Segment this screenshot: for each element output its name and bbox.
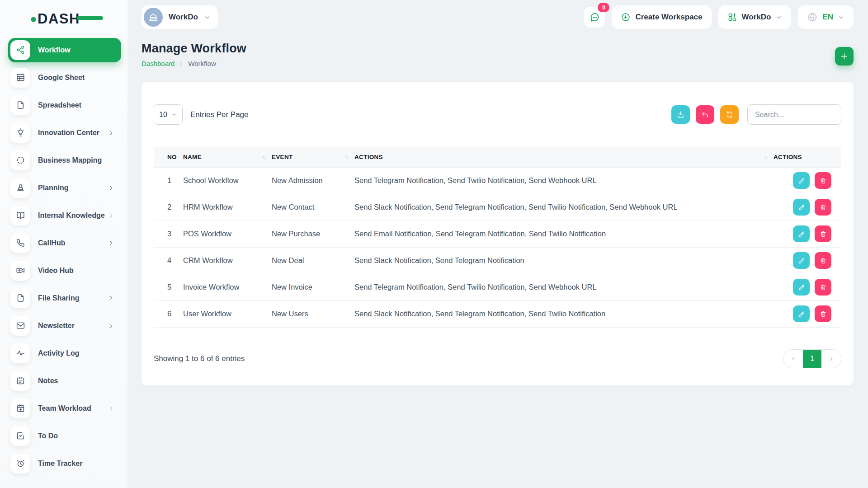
trash-icon	[820, 177, 827, 184]
cell-event: New Admission	[272, 167, 354, 194]
sidebar-item-callhub[interactable]: CallHub	[0, 229, 127, 257]
sidebar-item-spreadsheet[interactable]: Spreadsheet	[0, 91, 127, 119]
pagination-next[interactable]	[821, 350, 841, 368]
table-row: 4CRM WorkflowNew DealSend Slack Notifica…	[154, 247, 841, 274]
building-icon	[148, 12, 159, 23]
sidebar-item-label: Notes	[38, 377, 58, 385]
sidebar-item-label: To Do	[38, 432, 58, 440]
sidebar-item-video-hub[interactable]: Video Hub	[0, 257, 127, 284]
sort-icon[interactable]: ↑↓	[344, 154, 348, 160]
sort-icon[interactable]: ↑↓	[262, 154, 265, 160]
sidebar-item-label: Activity Log	[38, 349, 80, 357]
chevron-down-icon	[171, 112, 177, 117]
entries-per-page-label: Entries Per Page	[190, 110, 249, 119]
sidebar-item-planning[interactable]: Planning	[0, 174, 127, 202]
cell-actions: Send Telegram Notification, Send Twilio …	[354, 167, 774, 194]
sidebar: DASH WorkflowGoogle SheetSpreadsheetInno…	[0, 0, 127, 488]
mail-icon	[10, 316, 30, 336]
bulb-icon	[10, 123, 30, 143]
delete-row-button[interactable]	[815, 172, 831, 189]
sidebar-item-label: Time Tracker	[38, 460, 82, 468]
cell-no: 4	[154, 247, 183, 274]
undo-button[interactable]	[696, 105, 714, 124]
cell-event: New Invoice	[272, 274, 354, 300]
sidebar-item-label: Internal Knowledge	[38, 211, 105, 220]
export-button[interactable]	[671, 105, 690, 124]
pagination: 1	[783, 349, 841, 368]
pagination-page-1[interactable]: 1	[803, 350, 821, 368]
column-header-actions-3[interactable]: ACTIONS↑↓	[354, 147, 774, 167]
grid-plus-icon	[727, 12, 737, 22]
edit-row-button[interactable]	[793, 252, 810, 269]
cell-event: New Users	[272, 300, 354, 327]
delete-row-button[interactable]	[815, 305, 831, 322]
sidebar-item-label: Google Sheet	[38, 74, 85, 82]
messages-button[interactable]: 0	[584, 7, 605, 28]
sidebar-item-newsletter[interactable]: Newsletter	[0, 312, 127, 339]
refresh-icon	[725, 110, 734, 119]
delete-row-button[interactable]	[815, 199, 831, 216]
delete-row-button[interactable]	[815, 225, 831, 242]
language-selector[interactable]: EN	[798, 5, 854, 29]
table-row: 5Invoice WorkflowNew InvoiceSend Telegra…	[154, 274, 841, 300]
edit-row-button[interactable]	[793, 279, 810, 296]
sidebar-item-to-do[interactable]: To Do	[0, 422, 127, 450]
cell-actions: Send Slack Notification, Send Telegram N…	[354, 300, 774, 327]
entries-per-page-select[interactable]: 10	[154, 104, 183, 125]
delete-row-button[interactable]	[815, 279, 831, 296]
chevron-right-icon	[108, 295, 114, 301]
edit-row-button[interactable]	[793, 225, 810, 242]
pagination-prev[interactable]	[783, 350, 803, 368]
edit-row-button[interactable]	[793, 172, 810, 189]
sidebar-item-label: Newsletter	[38, 322, 75, 330]
sort-icon[interactable]: ↑↓	[764, 154, 767, 160]
sidebar-item-notes[interactable]: Notes	[0, 367, 127, 394]
cell-actions: Send Telegram Notification, Send Twilio …	[354, 274, 774, 300]
sidebar-item-innovation-center[interactable]: Innovation Center	[0, 119, 127, 146]
chevron-right-icon	[828, 356, 835, 362]
pencil-icon	[798, 230, 805, 238]
video-icon	[10, 261, 30, 281]
edit-row-button[interactable]	[793, 305, 810, 322]
chevron-down-icon	[838, 14, 844, 21]
sidebar-item-google-sheet[interactable]: Google Sheet	[0, 64, 127, 91]
cell-name: CRM Workflow	[183, 247, 272, 274]
workspace-name: WorkDo	[169, 13, 198, 22]
trash-icon	[820, 284, 827, 291]
book-icon	[10, 206, 30, 225]
cell-event: New Deal	[272, 247, 354, 274]
delete-row-button[interactable]	[815, 252, 831, 269]
breadcrumb-dashboard[interactable]: Dashboard	[142, 60, 175, 67]
page-title: Manage Workflow	[142, 42, 246, 56]
topbar: WorkDo 0 Create Workspace WorkDo EN	[142, 0, 854, 29]
sidebar-item-label: Video Hub	[38, 267, 74, 275]
sidebar-item-workflow[interactable]: Workflow	[0, 36, 127, 64]
sidebar-item-activity-log[interactable]: Activity Log	[0, 339, 127, 367]
sidebar-item-team-workload[interactable]: Team Workload	[0, 394, 127, 422]
add-workflow-button[interactable]	[835, 47, 854, 66]
sidebar-item-file-sharing[interactable]: File Sharing	[0, 284, 127, 312]
column-header-name-1[interactable]: NAME↑↓	[183, 147, 272, 167]
create-workspace-button[interactable]: Create Workspace	[612, 5, 711, 29]
refresh-button[interactable]	[720, 105, 739, 124]
sidebar-item-label: Team Workload	[38, 404, 91, 413]
workflow-icon	[10, 40, 30, 60]
notes-icon	[10, 371, 30, 391]
cell-event: New Contact	[272, 194, 354, 221]
sidebar-item-internal-knowledge[interactable]: Internal Knowledge	[0, 202, 127, 229]
workspace-dropdown[interactable]: WorkDo	[718, 5, 792, 29]
cell-no: 3	[154, 221, 183, 247]
breadcrumb: Dashboard Workflow	[142, 60, 246, 67]
edit-row-button[interactable]	[793, 199, 810, 216]
sidebar-item-time-tracker[interactable]: Time Tracker	[0, 450, 127, 477]
search-input[interactable]	[747, 104, 841, 125]
chevron-right-icon	[108, 212, 114, 219]
workspace-selector[interactable]: WorkDo	[142, 5, 218, 29]
pencil-icon	[798, 257, 805, 264]
chevron-right-icon	[108, 240, 114, 246]
sidebar-item-business-mapping[interactable]: Business Mapping	[0, 146, 127, 174]
chat-icon	[589, 12, 600, 23]
pencil-icon	[798, 310, 805, 318]
column-header-event-2[interactable]: EVENT↑↓	[272, 147, 354, 167]
sheet-icon	[10, 68, 30, 88]
